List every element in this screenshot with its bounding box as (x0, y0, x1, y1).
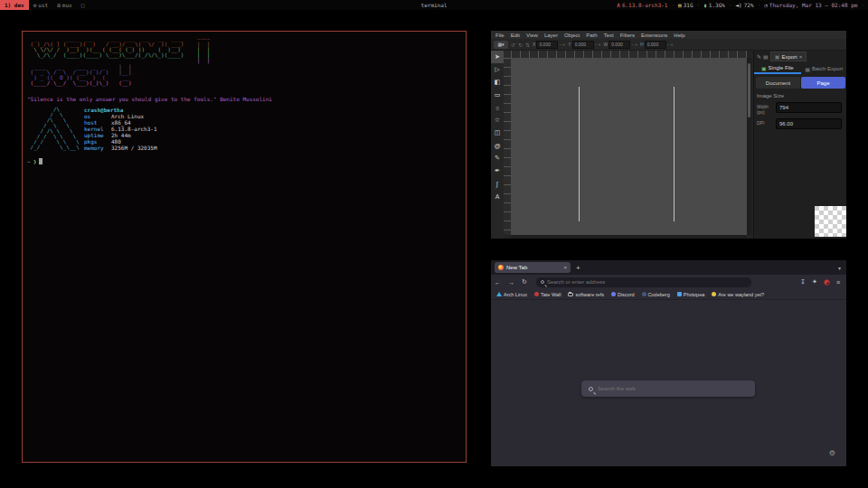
selector-options-button[interactable]: ▦▾ (494, 41, 508, 49)
node-tool[interactable]: ▷ (491, 63, 504, 76)
workspace-ust[interactable]: ⚙ ust (29, 0, 52, 10)
menu-filters[interactable]: Filters (618, 33, 637, 38)
pencil-icon[interactable]: ✎ (757, 53, 761, 60)
menu-path[interactable]: Path (583, 33, 599, 38)
menu-view[interactable]: View (524, 33, 541, 38)
extension-icon[interactable]: ✦ (812, 278, 817, 286)
menu-help[interactable]: Help (671, 33, 687, 38)
x-input[interactable]: 0.000 (536, 41, 558, 49)
pen-tool[interactable]: ✒ (491, 164, 504, 177)
spiral-tool[interactable]: @ (491, 139, 504, 152)
workspace-label: 1) dev (5, 2, 24, 8)
workspace-scratch[interactable]: □ (77, 0, 90, 10)
bookmark-photopea[interactable]: Photopea (677, 292, 705, 297)
grid-icon: ⊞ (57, 2, 61, 8)
export-width-input[interactable]: 794 (776, 102, 842, 113)
export-dpi-input[interactable]: 96.00 (776, 118, 842, 129)
web-search-input[interactable] (598, 386, 748, 391)
fetch-label: host (84, 119, 111, 126)
rectangle-tool[interactable]: ▭ (491, 89, 504, 101)
stepper-minus[interactable]: − (559, 42, 561, 47)
stepper-plus[interactable]: + (599, 42, 601, 47)
folder-icon (568, 293, 573, 296)
fetch-row: osArch Linux (84, 113, 157, 119)
fetch-row: memory3256M / 32035M (84, 145, 157, 151)
height-input[interactable]: 0.000 (645, 41, 666, 49)
bookmark-are-we-wayland-yet[interactable]: Are we wayland yet? (712, 292, 764, 297)
box3d-tool[interactable]: ◫ (491, 127, 504, 139)
web-search-box[interactable] (581, 380, 755, 397)
flip-icon[interactable]: ⇅ (525, 42, 530, 48)
y-input[interactable]: 0.000 (572, 41, 594, 49)
url-bar[interactable] (536, 277, 751, 287)
menu-extensions[interactable]: Extensions (638, 33, 670, 38)
stepper-minus[interactable]: − (667, 42, 670, 47)
pencil-tool[interactable]: ✎ (491, 152, 504, 164)
single-file-label: Single File (769, 65, 794, 70)
bookmark-tate-wall[interactable]: Tate Wall (534, 292, 561, 297)
favicon (712, 292, 716, 296)
close-tab-icon[interactable]: × (563, 265, 567, 270)
terminal-window[interactable]: _ _ ____ __ ___ ___ __ __ ____ ~~~~ ( )_… (22, 31, 467, 463)
canvas[interactable] (511, 58, 747, 235)
active-tab[interactable]: New Tab × (495, 262, 571, 273)
inkscape-window[interactable]: File Edit View Layer Object Path Text Fi… (491, 31, 846, 239)
selector-tool[interactable]: ➤ (491, 51, 504, 63)
bookmark-folder-software-refs[interactable]: software refs (568, 292, 603, 297)
document-button[interactable]: Document (756, 77, 800, 89)
export-tab[interactable]: ▣ Export × (770, 52, 807, 61)
workspace-dev[interactable]: 1) dev (0, 0, 29, 10)
text-tool[interactable]: A (491, 190, 504, 202)
bookmark-discord[interactable]: Discord (611, 292, 635, 297)
stepper-minus[interactable]: − (631, 42, 634, 47)
width-input[interactable]: 0.000 (609, 41, 630, 49)
stepper-plus[interactable]: + (562, 42, 565, 47)
single-file-tab[interactable]: ▣ Single File (754, 63, 801, 74)
stepper-plus[interactable]: + (635, 42, 637, 47)
tool-controls-bar: ▦▾ ↺ ↻ ⇅ X 0.000 − + Y 0.000 − + W 0.000… (491, 39, 846, 51)
bookmark-codeberg[interactable]: Codeberg (642, 292, 670, 297)
menu-layer[interactable]: Layer (542, 33, 561, 38)
horizontal-scrollbar[interactable] (511, 235, 747, 239)
new-tab-button[interactable]: + (576, 264, 580, 272)
menu-icon[interactable]: ≡ (836, 279, 840, 286)
browser-window[interactable]: New Tab × + ▾ ← → ↻ ↧ ✦ ≡ Arch L (491, 260, 846, 466)
back-button[interactable]: ← (491, 279, 505, 286)
stepper-plus[interactable]: + (671, 42, 674, 47)
shape-builder-tool[interactable]: ◧ (491, 76, 504, 89)
forward-button[interactable]: → (505, 279, 518, 286)
star-tool[interactable]: ☆ (491, 114, 504, 127)
ellipse-tool[interactable]: ○ (491, 101, 504, 114)
stepper-minus[interactable]: − (595, 42, 598, 47)
separator: · (697, 2, 701, 8)
downloads-icon[interactable]: ↧ (800, 278, 806, 286)
separator: · (758, 2, 761, 8)
gear-icon[interactable]: ⚙ (829, 449, 835, 457)
menu-edit[interactable]: Edit (508, 33, 523, 38)
rotate-ccw-icon[interactable]: ↺ (511, 42, 515, 48)
calligraphy-tool[interactable]: ∫ (491, 177, 504, 190)
batch-export-tab[interactable]: ▦ Batch Export (801, 63, 848, 74)
menu-text[interactable]: Text (601, 33, 617, 38)
rotate-cw-icon[interactable]: ↻ (518, 42, 523, 48)
workspace-mux[interactable]: ⊞ mux (52, 0, 76, 10)
menu-object[interactable]: Object (561, 33, 582, 38)
image-size-heading: Image Size (757, 93, 784, 99)
workspace-label: mux (62, 2, 72, 8)
red-extension-icon[interactable] (824, 279, 830, 286)
page-button[interactable]: Page (801, 77, 845, 89)
bookmark-arch-linux[interactable]: Arch Linux (496, 292, 527, 297)
shell-prompt[interactable]: ~ ❯ (27, 158, 42, 164)
prompt-path: ~ (27, 158, 31, 164)
scrollbar-thumb[interactable] (748, 63, 750, 117)
layers-icon[interactable]: ▤ (763, 53, 769, 60)
close-icon[interactable]: × (799, 54, 803, 60)
list-tabs-chevron-icon[interactable]: ▾ (838, 265, 841, 271)
volume-module[interactable]: ◄) 72% (736, 2, 754, 8)
vertical-scrollbar[interactable] (747, 58, 751, 235)
reload-button[interactable]: ↻ (518, 278, 531, 286)
search-icon (541, 280, 544, 284)
fetch-value: Arch Linux (111, 113, 144, 119)
address-input[interactable] (547, 279, 747, 285)
menu-file[interactable]: File (493, 33, 507, 38)
